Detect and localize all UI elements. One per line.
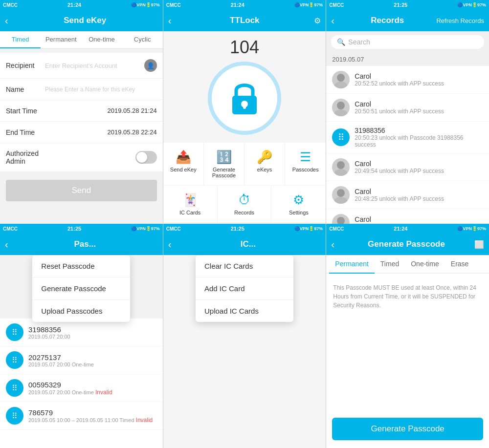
menu-records[interactable]: ⏱ Records [218,186,272,222]
authorized-admin-toggle[interactable] [135,151,157,164]
record-item-0: Carol 20:52:52 unlock with APP success [326,66,489,94]
tab-cyclic[interactable]: Cyclic [122,31,163,48]
back-button-4[interactable]: ‹ [5,239,8,250]
dropdown-upload-ic-cards[interactable]: Upload IC Cards [196,300,293,322]
back-button-1[interactable]: ‹ [5,15,8,26]
menu-grid-top: 📤 Send eKey 🔢 GeneratePasscode 🔑 eKeys ☰… [163,143,326,185]
back-button-2[interactable]: ‹ [168,15,172,26]
end-time-row: End Time 2019.05.28 22:24 [0,122,163,143]
invalid-badge-3: Invalid [136,417,153,424]
status-bar-1: CMCC 21:24 🔵VPN🔋97% [0,0,163,10]
gen-tab-timed[interactable]: Timed [375,255,405,274]
menu-settings[interactable]: ⚙ Settings [271,186,326,222]
passcode-number-3: 786579 [28,408,157,417]
avatar-icon-1 [332,99,350,116]
passcodes-label: Passcodes [292,167,319,172]
gen-tab-onetime[interactable]: One-time [405,255,445,274]
passcode-meta-1: 2019.05.07 20:00 One-time [28,362,157,367]
record-detail-0: 20:52:52 unlock with APP success [355,80,483,87]
screen-title-5: IC... [175,239,321,249]
avatar-icon-0 [332,71,350,88]
menu-grid-bottom: 🃏 IC Cards ⏱ Records ⚙ Settings [163,186,326,222]
start-time-value[interactable]: 2019.05.28 21:24 [45,107,157,114]
nav-bar-4: ‹ Pas... [0,234,163,255]
tab-permanent[interactable]: Permanent [41,31,81,48]
authorized-admin-label: Authorized Admin [6,149,45,165]
passcode-item-3: ⠿ 786579 2019.05.05 10:00 – 2019.05.05 1… [0,402,163,430]
record-item-3: Carol 20:49:54 unlock with APP success [326,153,489,181]
nav-bar-1: ‹ Send eKey [0,10,163,31]
screen-title-2: TTLock [175,16,314,25]
lock-circle [208,62,281,135]
record-list: Carol 20:52:52 unlock with APP success C… [326,66,489,224]
search-input[interactable]: Search [348,38,370,46]
record-name-5: Carol [355,215,483,223]
recipient-label: Recipient [6,62,45,69]
passcode-meta-3: 2019.05.05 10:00 – 2019.05.05 11:00 Time… [28,417,157,424]
settings-icon-2[interactable]: ⚙ [314,16,321,25]
menu-ekeys[interactable]: 🔑 eKeys [244,143,285,185]
name-input[interactable]: Please Enter a Name for this eKey [45,86,157,93]
record-avatar-5 [332,214,350,224]
recipient-input[interactable]: Enter Recipient's Account [45,62,144,69]
menu-ic-cards[interactable]: 🃏 IC Cards [163,186,218,222]
gen-tab-erase[interactable]: Erase [445,255,475,274]
back-button-6[interactable]: ‹ [331,239,334,250]
record-info-1: Carol 20:50:51 unlock with APP success [355,100,483,115]
end-time-value[interactable]: 2019.05.28 22:24 [45,128,157,136]
menu-send-ekey[interactable]: 📤 Send eKey [163,143,204,185]
passcode-meta-0: 2019.05.07 20:00 [28,334,157,340]
gen-tabs: Permanent Timed One-time Erase [326,255,489,274]
back-button-3[interactable]: ‹ [331,15,334,26]
status-icons-1: 🔵VPN🔋97% [131,2,160,7]
svg-point-4 [334,82,348,88]
record-detail-2: 20:50:23 unlock with Passcode 31988356 s… [355,134,483,148]
ic-cards-dropdown: Clear IC Cards Add IC Card Upload IC Car… [196,255,293,322]
dropdown-clear-ic-cards[interactable]: Clear IC Cards [196,255,293,277]
gen-tab-permanent[interactable]: Permanent [329,255,374,274]
record-item-1: Carol 20:50:51 unlock with APP success [326,94,489,122]
time-5: 21:25 [231,226,244,232]
share-icon-6[interactable]: ⬜ [474,240,484,249]
svg-point-9 [337,189,345,197]
nav-bar-2: ‹ TTLock ⚙ [163,10,326,31]
record-avatar-3 [332,158,350,176]
passcode-info-0: 31988356 2019.05.07 20:00 [28,325,157,340]
svg-point-10 [334,197,348,204]
tab-timed[interactable]: Timed [0,31,41,48]
back-button-5[interactable]: ‹ [168,239,172,250]
record-avatar-2: ⠿ [332,128,350,146]
recipient-icon[interactable]: 👤 [144,59,157,72]
passcode-meta-2: 2019.05.07 20:00 One-time Invalid [28,389,157,396]
dropdown-reset-passcode[interactable]: Reset Passcode [32,255,130,277]
menu-generate-passcode[interactable]: 🔢 GeneratePasscode [204,143,244,185]
carrier-1: CMCC [3,2,18,8]
send-ekey-screen: CMCC 21:24 🔵VPN🔋97% ‹ Send eKey Timed Pe… [0,0,163,224]
generate-passcode-btn-wrap: Generate Passcode [326,410,489,448]
tab-onetime[interactable]: One-time [81,31,122,48]
ekeys-icon: 🔑 [257,149,272,165]
search-input-wrap[interactable]: 🔍 Search [331,35,484,49]
svg-point-3 [337,74,345,82]
dropdown-generate-passcode[interactable]: Generate Passcode [32,277,130,300]
record-name-2: 31988356 [355,127,483,134]
record-avatar-0 [332,71,350,88]
dropdown-upload-passcodes[interactable]: Upload Passcodes [32,300,130,322]
record-item-2: ⠿ 31988356 20:50:23 unlock with Passcode… [326,122,489,153]
passcode-icon-0: ⠿ [6,323,23,341]
svg-point-6 [334,109,348,116]
menu-passcodes[interactable]: ☰ Passcodes [285,143,326,185]
record-avatar-1 [332,99,350,116]
send-button[interactable]: Send [6,180,157,201]
status-icons-4: 🔵VPN🔋97% [131,226,160,231]
ekeys-label: eKeys [257,167,272,172]
record-info-2: 31988356 20:50:23 unlock with Passcode 3… [355,127,483,148]
status-icons-6: 🔵VPN🔋97% [457,226,486,231]
record-info-0: Carol 20:52:52 unlock with APP success [355,72,483,87]
record-name-3: Carol [355,160,483,168]
refresh-records-button[interactable]: Refresh Records [436,17,484,24]
passcode-info-text: This Passcode MUST BE used at least Once… [326,277,489,316]
dropdown-add-ic-card[interactable]: Add IC Card [196,277,293,300]
record-info-3: Carol 20:49:54 unlock with APP success [355,160,483,174]
generate-passcode-button[interactable]: Generate Passcode [332,418,483,440]
